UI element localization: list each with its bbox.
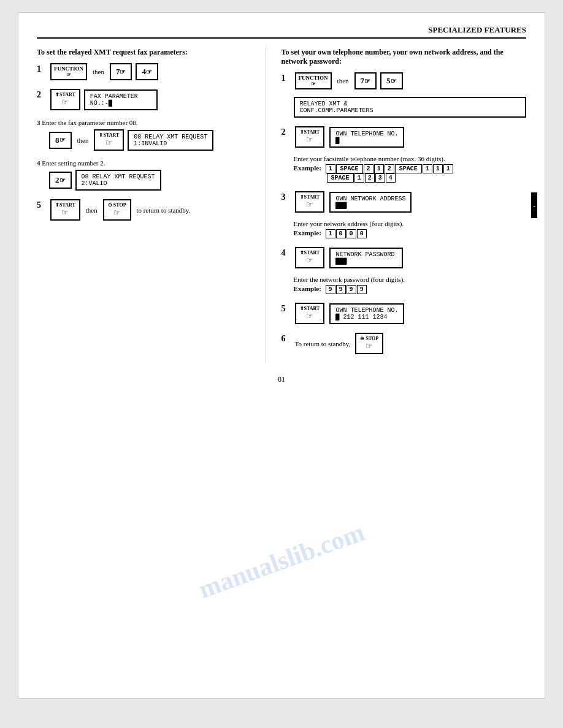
ex-n2: 0	[336, 229, 346, 238]
ex-4: 4	[386, 173, 396, 183]
right-step-6: 6 To return to standby, ⊖ STOP ☞	[282, 333, 526, 354]
ex-p2: 9	[336, 285, 346, 294]
start-button-2[interactable]: ⬆START ☞	[50, 89, 80, 110]
key-4-hand: ☞	[146, 68, 152, 76]
watermark: manualslib.com	[195, 517, 369, 604]
start-label-2: ⬆START	[55, 92, 75, 97]
step-1-content: FUNCTION ☞ then 7 ☞ 4 ☞	[50, 63, 158, 80]
key-8-hand: ☞	[59, 136, 66, 144]
function-button-left[interactable]: FUNCTION ☞	[50, 63, 87, 80]
start-label-r4: ⬆START	[300, 250, 320, 256]
two-column-layout: To set the relayed XMT request fax param…	[37, 48, 526, 363]
left-step-1-row: 1 FUNCTION ☞ then 7 ☞ 4 ☞	[37, 63, 256, 80]
left-step-5-row: 5 ⬆START ☞ then ⊖ STOP ☞ to return to st…	[37, 199, 256, 221]
right-step-num-6: 6	[282, 334, 291, 344]
then-r-1: then	[337, 77, 349, 85]
ex-2b: 2	[385, 164, 394, 173]
step-r4-example: Example: 9 9 9 9	[294, 285, 526, 294]
then-label-3: then	[77, 137, 89, 144]
step-num-2: 2	[37, 90, 47, 100]
start-button-r4[interactable]: ⬆START ☞	[295, 247, 325, 268]
start-label-r2: ⬆START	[300, 129, 320, 135]
ex-1e: 1	[443, 164, 453, 173]
function-hand-icon: ☞	[66, 72, 71, 78]
key-7-left[interactable]: 7 ☞	[110, 63, 132, 80]
step-num-1: 1	[37, 64, 47, 74]
key-7-hand: ☞	[120, 68, 126, 76]
page-number: 81	[37, 375, 526, 384]
ex-2: 2	[364, 164, 373, 173]
step-3-description: Enter the fax parameter number 08.	[42, 119, 137, 126]
ex-space3: SPACE	[327, 173, 354, 183]
ex-n1: 1	[326, 229, 335, 238]
start-button-r3[interactable]: ⬆START ☞	[295, 191, 325, 213]
function-hand-r: ☞	[311, 81, 316, 87]
display-network-password: NETWORK PASSWORD███	[329, 248, 403, 268]
display-own-tel: OWN TELEPHONE NO.█	[329, 127, 404, 148]
step-3-text: 3 Enter the fax parameter number 08.	[37, 119, 256, 126]
ex-p1: 9	[326, 285, 335, 294]
stop-button-r6[interactable]: ⊖ STOP ☞	[355, 333, 383, 354]
right-step-1: 1 FUNCTION ☞ then 7 ☞ 5 ☞	[282, 72, 526, 118]
key-4-left[interactable]: 4 ☞	[136, 63, 158, 80]
ex-1: 1	[326, 164, 335, 173]
ex-space2: SPACE	[395, 164, 422, 173]
display-relay-valid: 08 RELAY XMT REQUEST2:VALID	[75, 170, 161, 191]
key-5-right[interactable]: 5 ☞	[380, 72, 403, 89]
ex-p3: 9	[347, 285, 356, 294]
left-step-2: 2 ⬆START ☞ FAX PARAMETERNO.:-█	[37, 89, 256, 110]
ex-space1: SPACE	[336, 164, 363, 173]
ex-1c: 1	[423, 164, 432, 173]
start-button-r5[interactable]: ⬆START ☞	[295, 303, 325, 324]
return-standby-r6: To return to standby,	[295, 340, 351, 347]
right-step-num-4: 4	[282, 248, 291, 258]
page-header: SPECIALIZED FEATURES	[37, 25, 526, 39]
step-r3-example: Example: 1 0 0 0	[294, 229, 526, 238]
start-label-r5: ⬆START	[300, 306, 320, 311]
start-button-r2[interactable]: ⬆START ☞	[295, 126, 325, 148]
start-hand-r2: ☞	[306, 135, 313, 145]
stop-hand-r6: ☞	[366, 341, 373, 351]
display-own-network: OWN NETWORK ADDRESS███	[329, 192, 412, 213]
right-column: - To set your own telephone number, your…	[278, 48, 526, 363]
ex-p4: 9	[357, 285, 367, 294]
start-button-5[interactable]: ⬆START ☞	[50, 199, 80, 221]
start-hand-r3: ☞	[306, 200, 313, 210]
step-num-3-label: 3	[37, 119, 40, 126]
display-relay-invalid: 08 RELAY XMT REQUEST1:INVALID	[128, 130, 213, 151]
left-step-5: 5 ⬆START ☞ then ⊖ STOP ☞ to return to st…	[37, 199, 256, 221]
right-step-1-row: 1 FUNCTION ☞ then 7 ☞ 5 ☞	[282, 72, 526, 89]
step-5-content: ⬆START ☞ then ⊖ STOP ☞ to return to stan…	[50, 199, 192, 221]
step-r4-text: Enter the network password (four digits)…	[294, 276, 526, 283]
example-network-boxes: 1 0 0 0	[326, 229, 367, 238]
ex-n3: 0	[347, 229, 356, 238]
header-title: SPECIALIZED FEATURES	[428, 25, 526, 34]
right-step-5-row: 5 ⬆START ☞ OWN TELEPHONE NO.█ 212 111 12…	[282, 303, 526, 324]
stop-button-5[interactable]: ⊖ STOP ☞	[103, 199, 131, 221]
key-2[interactable]: 2 ☞	[49, 172, 72, 189]
right-step-num-5: 5	[282, 304, 291, 314]
ex-3: 3	[375, 173, 385, 183]
ex-2c: 2	[365, 173, 375, 183]
key-7-right[interactable]: 7 ☞	[354, 72, 377, 89]
key-8[interactable]: 8 ☞	[49, 132, 72, 149]
start-hand-2: ☞	[61, 97, 69, 107]
right-step-2: 2 ⬆START ☞ OWN TELEPHONE NO.█ Enter your…	[282, 126, 526, 183]
function-button-right[interactable]: FUNCTION ☞	[295, 72, 332, 89]
start-hand-5: ☞	[61, 208, 69, 218]
start-hand-3: ☞	[105, 138, 113, 148]
then-label-5: then	[86, 207, 98, 214]
function-label-r: FUNCTION	[299, 75, 328, 81]
start-button-3[interactable]: ⬆START ☞	[94, 129, 124, 151]
example-tel-boxes: 1 SPACE 2 1 2 SPACE 1 1 1	[326, 164, 453, 173]
display-fax-param: FAX PARAMETERNO.:-█	[84, 89, 158, 110]
right-step-num-2: 2	[282, 127, 291, 137]
return-standby-text: to return to standby.	[137, 207, 191, 214]
stop-hand-5: ☞	[113, 208, 121, 218]
key-2-hand: ☞	[59, 176, 66, 184]
step-r3-text: Enter your network address (four digits)…	[294, 220, 526, 227]
step-num-4-label: 4	[37, 159, 40, 167]
right-section-title: To set your own telephone number, your o…	[282, 48, 526, 66]
step-4-description: Enter setting number 2.	[42, 159, 105, 167]
right-step-num-3: 3	[282, 192, 291, 202]
